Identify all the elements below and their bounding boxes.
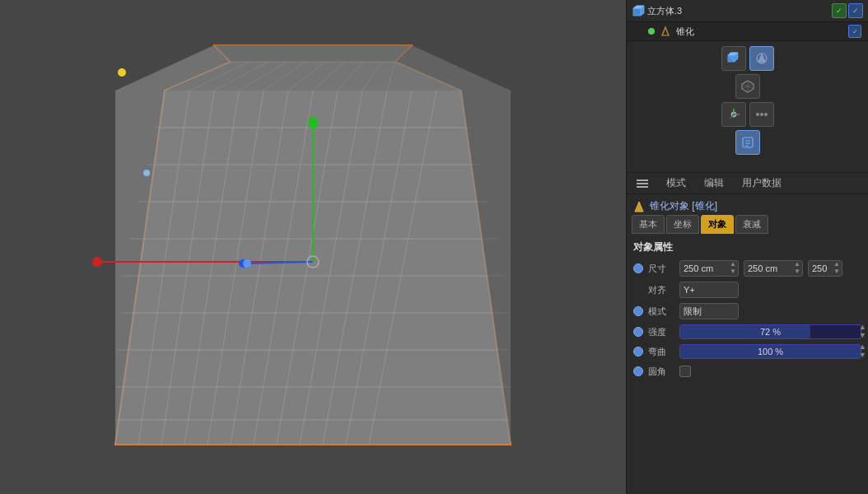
size-label: 尺寸 <box>648 263 674 275</box>
menu-mode[interactable]: 模式 <box>663 175 689 192</box>
svg-point-49 <box>92 257 102 267</box>
align-value[interactable]: Y+ <box>679 282 739 298</box>
svg-marker-59 <box>662 27 669 35</box>
svg-point-74 <box>760 113 763 116</box>
section-header-object-attr: 对象属性 <box>627 237 868 258</box>
prop-row-mode: 模式 限制 <box>627 301 868 322</box>
align-label: 对齐 <box>648 284 674 296</box>
tab-decay[interactable]: 衰减 <box>735 215 768 234</box>
object-tree-item-cube[interactable]: 立方体.3 <box>632 4 682 17</box>
svg-rect-56 <box>633 8 641 16</box>
svg-marker-44 <box>214 45 412 62</box>
bend-dot[interactable] <box>633 347 643 357</box>
rounded-label: 圆角 <box>648 366 674 378</box>
taper-icon <box>660 26 671 37</box>
modifier-tree-item[interactable]: 锥化 ✓ <box>627 22 868 41</box>
modifier-prop-icon[interactable] <box>735 130 760 155</box>
mode-value[interactable]: 限制 <box>679 303 739 319</box>
strength-dot[interactable] <box>633 327 643 337</box>
strength-label: 强度 <box>648 326 674 338</box>
mode-label: 模式 <box>648 305 674 318</box>
size-value2[interactable]: 250 cm ▲▼ <box>744 260 803 277</box>
prop-title-text: 锥化对象 [锥化] <box>650 199 717 213</box>
bend-label: 弯曲 <box>648 346 674 358</box>
icon-row-4 <box>735 130 760 155</box>
prop-row-bend: 弯曲 100 % ▲ ▼ <box>627 342 868 361</box>
right-panel: 立方体.3 ✓ ✓ 锥化 ✓ <box>626 0 868 494</box>
cube3-label: 立方体.3 <box>647 5 682 17</box>
toolbar-icons: ✓ ✓ <box>832 3 863 18</box>
svg-point-75 <box>764 113 768 116</box>
taper-label: 锥化 <box>676 26 694 38</box>
3d-viewport[interactable] <box>0 0 626 494</box>
bend-spinbox-arrows[interactable]: ▲ ▼ <box>859 343 866 360</box>
check-green-btn[interactable]: ✓ <box>832 3 847 18</box>
menu-bar: 模式 编辑 用户数据 <box>627 173 868 194</box>
menu-userdata[interactable]: 用户数据 <box>739 175 785 192</box>
icon-row-1 <box>721 46 774 71</box>
prop-title: 锥化对象 [锥化] <box>627 194 868 215</box>
dots-icon[interactable] <box>749 102 774 127</box>
icons-bar <box>627 41 868 173</box>
prop-row-size: 尺寸 250 cm ▲▼ 250 cm ▲▼ 250 ▲▼ <box>627 258 868 279</box>
top-toolbar: 立方体.3 ✓ ✓ <box>627 0 868 22</box>
size-value3[interactable]: 250 ▲▼ <box>808 260 842 277</box>
strength-slider[interactable]: 72 % <box>679 324 861 339</box>
icon-row-3 <box>721 102 774 127</box>
svg-point-55 <box>143 170 150 176</box>
transform-icon[interactable] <box>721 102 746 127</box>
size-dot[interactable] <box>633 263 643 273</box>
check-blue-btn[interactable]: ✓ <box>848 3 863 18</box>
taper-title-icon <box>633 201 645 212</box>
prop-row-rounded: 圆角 <box>627 361 868 381</box>
prop-row-align: 对齐 Y+ <box>627 279 868 301</box>
hamburger-menu[interactable] <box>633 176 651 191</box>
object-mode-icon[interactable] <box>721 46 746 71</box>
tab-object[interactable]: 对象 <box>701 215 734 234</box>
rounded-checkbox[interactable] <box>679 366 691 377</box>
prop-row-strength: 强度 72 % ▲ ▼ <box>627 322 868 342</box>
modifier-active-dot <box>648 28 655 35</box>
size-value1[interactable]: 250 cm ▲▼ <box>679 260 739 277</box>
scene-icon[interactable] <box>749 46 774 71</box>
taper-check-blue[interactable]: ✓ <box>848 25 861 38</box>
svg-point-54 <box>243 259 251 268</box>
bend-slider[interactable]: 100 % <box>679 344 861 359</box>
rounded-dot[interactable] <box>633 366 643 376</box>
svg-marker-80 <box>635 202 643 212</box>
tab-coord[interactable]: 坐标 <box>666 215 699 234</box>
tabs-bar: 基本 坐标 对象 衰减 <box>627 215 868 234</box>
cube-icon <box>632 4 645 17</box>
svg-marker-64 <box>758 54 765 62</box>
mode-dot[interactable] <box>633 306 643 316</box>
tab-basic[interactable]: 基本 <box>632 215 665 234</box>
mesh-icon[interactable] <box>735 74 760 99</box>
svg-point-53 <box>118 68 126 77</box>
svg-point-73 <box>756 113 759 116</box>
icon-row-2 <box>735 74 760 99</box>
menu-edit[interactable]: 编辑 <box>701 175 727 192</box>
strength-spinbox-arrows[interactable]: ▲ ▼ <box>859 324 866 340</box>
